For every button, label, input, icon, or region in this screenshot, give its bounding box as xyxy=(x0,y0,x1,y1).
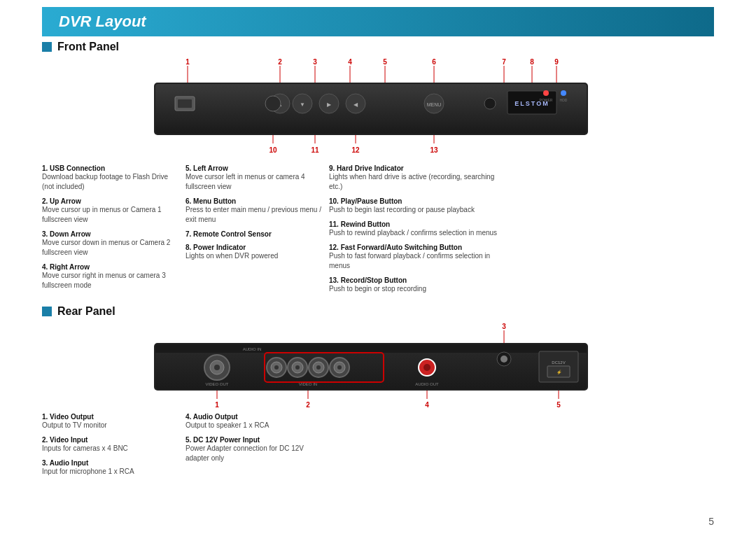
desc-title-9: 9. Hard Drive Indicator xyxy=(329,164,504,172)
header-bar: DVR Layout xyxy=(42,7,714,36)
desc-title-13: 13. Record/Stop Button xyxy=(329,276,504,284)
svg-text:5: 5 xyxy=(556,401,561,409)
svg-rect-52 xyxy=(155,344,587,353)
desc-title-4: 4. Right Arrow xyxy=(42,263,178,271)
desc-text-6: Press to enter main menu / previous menu… xyxy=(186,205,322,225)
front-panel-title: Front Panel xyxy=(42,41,714,53)
svg-text:MENU: MENU xyxy=(427,102,442,107)
rear-desc-text-5: Power Adapter connection for DC 12V adap… xyxy=(186,444,322,463)
desc-title-12: 12. Fast Forward/Auto Switching Button xyxy=(329,244,504,251)
rear-col-1: 1. Video Output Output to TV monitor 2. … xyxy=(42,413,178,482)
desc-text-12: Push to fast forward playback / confirms… xyxy=(329,251,504,271)
desc-item-7: 7. Remote Control Sensor xyxy=(186,230,322,238)
svg-point-73 xyxy=(424,364,430,371)
desc-title-10: 10. Play/Pause Button xyxy=(329,197,504,205)
desc-text-13: Push to begin or stop recording xyxy=(329,284,504,294)
desc-title-7: 7. Remote Control Sensor xyxy=(186,230,322,238)
svg-text:AUDIO IN: AUDIO IN xyxy=(243,347,262,351)
svg-point-60 xyxy=(274,365,279,370)
desc-text-3: Move cursor down in menus or Camera 2 fu… xyxy=(42,238,178,258)
desc-title-2: 2. Up Arrow xyxy=(42,197,178,205)
svg-text:3: 3 xyxy=(313,58,317,66)
svg-text:◀: ◀ xyxy=(354,101,358,108)
svg-text:5: 5 xyxy=(383,58,387,66)
front-panel-section: Front Panel 1 2 3 4 5 6 7 8 9 xyxy=(42,41,714,300)
front-panel-diagram: 1 2 3 4 5 6 7 8 9 xyxy=(42,56,714,164)
svg-point-56 xyxy=(214,365,220,370)
desc-text-5: Move cursor left in menus or camera 4 fu… xyxy=(186,172,322,192)
svg-text:3: 3 xyxy=(502,323,506,330)
desc-item-11: 11. Rewind Button Push to rewind playbac… xyxy=(329,220,504,238)
desc-text-11: Push to rewind playback / confirms selec… xyxy=(329,228,504,238)
desc-item-9: 9. Hard Drive Indicator Lights when hard… xyxy=(329,164,504,192)
svg-point-71 xyxy=(500,356,507,363)
page-wrapper: DVR Layout Front Panel 1 2 3 4 5 6 7 xyxy=(0,7,756,534)
front-col-3: 9. Hard Drive Indicator Lights when hard… xyxy=(329,164,504,300)
desc-item-3: 3. Down Arrow Move cursor down in menus … xyxy=(42,230,178,258)
rear-panel-diagram: 3 AUDIO IN xyxy=(42,321,714,412)
rear-panel-section: Rear Panel 3 xyxy=(42,305,714,482)
rear-desc-title-3: 3. Audio Input xyxy=(42,459,178,467)
rear-desc-item-2: 2. Video Input Inputs for cameras x 4 BN… xyxy=(42,436,178,454)
rear-desc-text-2: Inputs for cameras x 4 BNC xyxy=(42,444,178,454)
page-number: 5 xyxy=(708,516,714,527)
desc-text-4: Move cursor right in menus or camera 3 f… xyxy=(42,271,178,290)
rear-panel-descriptions: 1. Video Output Output to TV monitor 2. … xyxy=(42,413,714,482)
desc-text-9: Lights when hard drive is active (record… xyxy=(329,172,504,192)
rear-panel-title: Rear Panel xyxy=(42,305,714,318)
desc-item-8: 8. Power Indicator Lights on when DVR po… xyxy=(186,244,322,261)
rear-panel-svg: 3 AUDIO IN xyxy=(112,321,644,412)
svg-text:▼: ▼ xyxy=(300,101,305,108)
svg-text:13: 13 xyxy=(430,146,438,154)
rear-desc-title-2: 2. Video Input xyxy=(42,436,178,444)
desc-text-10: Push to begin last recording or pause pl… xyxy=(329,205,504,215)
svg-text:9: 9 xyxy=(554,58,559,66)
svg-text:VIDEO OUT: VIDEO OUT xyxy=(205,382,228,386)
svg-text:8: 8 xyxy=(530,58,534,66)
svg-text:1: 1 xyxy=(215,401,219,409)
desc-text-2: Move cursor up in menus or Camera 1 full… xyxy=(42,205,178,225)
rear-desc-text-3: Input for microphone 1 x RCA xyxy=(42,467,178,477)
rear-desc-title-1: 1. Video Output xyxy=(42,413,178,421)
rear-desc-title-5: 5. DC 12V Power Input xyxy=(186,436,322,444)
desc-title-3: 3. Down Arrow xyxy=(42,230,178,238)
svg-point-66 xyxy=(316,365,321,370)
desc-text-8: Lights on when DVR powered xyxy=(186,251,322,261)
desc-item-5: 5. Left Arrow Move cursor left in menus … xyxy=(186,164,322,192)
rear-panel-icon xyxy=(42,307,52,316)
svg-text:6: 6 xyxy=(432,58,436,66)
front-panel-svg: 1 2 3 4 5 6 7 8 9 xyxy=(112,56,644,164)
rear-desc-item-5: 5. DC 12V Power Input Power Adapter conn… xyxy=(186,436,322,463)
svg-text:4: 4 xyxy=(348,58,352,66)
svg-point-63 xyxy=(295,365,300,370)
svg-text:POWER: POWER xyxy=(540,98,553,102)
desc-item-4: 4. Right Arrow Move cursor right in menu… xyxy=(42,263,178,290)
desc-item-6: 6. Menu Button Press to enter main menu … xyxy=(186,197,322,225)
desc-item-13: 13. Record/Stop Button Push to begin or … xyxy=(329,276,504,294)
rear-desc-text-4: Output to speaker 1 x RCA xyxy=(186,421,322,430)
front-panel-descriptions: 1. USB Connection Download backup footag… xyxy=(42,164,714,300)
rear-desc-title-4: 4. Audio Output xyxy=(186,413,322,421)
svg-text:HDD: HDD xyxy=(560,98,568,102)
desc-item-2: 2. Up Arrow Move cursor up in menus or C… xyxy=(42,197,178,225)
svg-rect-21 xyxy=(178,99,192,108)
desc-item-10: 10. Play/Pause Button Push to begin last… xyxy=(329,197,504,215)
svg-point-37 xyxy=(561,90,566,96)
svg-text:2: 2 xyxy=(306,401,310,409)
desc-item-12: 12. Fast Forward/Auto Switching Button P… xyxy=(329,244,504,271)
svg-text:2: 2 xyxy=(278,58,282,66)
svg-text:11: 11 xyxy=(311,146,319,154)
rear-col-3 xyxy=(329,413,504,482)
main-content: Front Panel 1 2 3 4 5 6 7 8 9 xyxy=(0,36,756,486)
front-col-2: 5. Left Arrow Move cursor left in menus … xyxy=(186,164,322,300)
svg-text:DC12V: DC12V xyxy=(552,360,565,365)
desc-title-8: 8. Power Indicator xyxy=(186,244,322,251)
svg-text:⚡: ⚡ xyxy=(556,370,562,375)
svg-text:7: 7 xyxy=(502,58,506,66)
rear-desc-text-1: Output to TV monitor xyxy=(42,421,178,430)
svg-text:10: 10 xyxy=(269,146,277,154)
svg-text:VIDEO IN: VIDEO IN xyxy=(299,382,317,386)
rear-desc-item-4: 4. Audio Output Output to speaker 1 x RC… xyxy=(186,413,322,430)
desc-title-1: 1. USB Connection xyxy=(42,164,178,172)
svg-point-32 xyxy=(484,98,496,109)
